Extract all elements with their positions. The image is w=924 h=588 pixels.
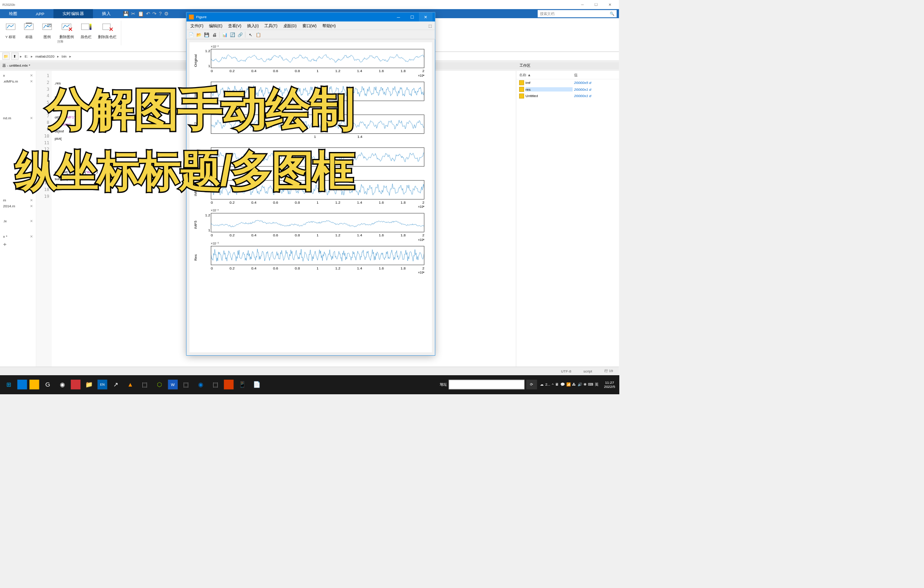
taskbar-app-icon[interactable]: ◉ xyxy=(55,377,69,392)
menu-desktop[interactable]: 桌面(D) xyxy=(281,22,299,29)
taskbar-app-icon[interactable]: 📄 xyxy=(249,377,264,392)
weather-icon[interactable]: ☁ xyxy=(540,382,544,387)
print-icon[interactable]: 🖨 xyxy=(211,31,218,38)
maximize-button[interactable]: ☐ xyxy=(589,0,603,9)
title-button[interactable]: 标题 xyxy=(23,21,35,40)
cut-icon[interactable]: ✂ xyxy=(131,11,135,17)
taskbar-address-input[interactable] xyxy=(449,380,525,389)
workspace-var-row[interactable]: imf 20000x5 d xyxy=(516,79,619,86)
edge-icon[interactable]: ◉ xyxy=(194,377,208,392)
file-item[interactable]: m✕ xyxy=(1,197,34,203)
figure-titlebar[interactable]: Figure ─ ☐ ✕ xyxy=(186,12,435,21)
tab-app[interactable]: APP xyxy=(27,9,53,18)
save-icon[interactable]: 💾 xyxy=(203,31,210,38)
keyboard-icon[interactable]: ⌨ xyxy=(588,382,593,387)
taskbar-app-icon[interactable] xyxy=(17,380,27,389)
add-file-button[interactable]: + xyxy=(1,240,34,250)
tray-icon[interactable]: 📶 xyxy=(566,382,571,387)
figure-close-button[interactable]: ✕ xyxy=(419,12,433,21)
figure-window[interactable]: Figure ─ ☐ ✕ 文件(F) 编辑(E) 查看(V) 插入(I) 工具(… xyxy=(186,12,435,356)
file-item[interactable]: x✕ xyxy=(1,72,34,78)
pointer-icon[interactable]: ↖ xyxy=(247,31,254,38)
figure-menubar: 文件(F) 编辑(E) 查看(V) 插入(I) 工具(T) 桌面(D) 窗口(W… xyxy=(186,22,435,30)
workspace-var-row[interactable]: res 20000x1 d xyxy=(516,86,619,93)
volume-icon[interactable]: 🔊 xyxy=(578,382,582,387)
folder-up-icon[interactable]: ⬆ xyxy=(11,53,19,60)
figure-minimize-button[interactable]: ─ xyxy=(392,12,405,21)
matlab-taskbar-icon[interactable]: ▲ xyxy=(123,377,137,392)
workspace-columns: 名称 ▲ 值 xyxy=(516,71,619,79)
workspace-var-row[interactable]: Untitled 20000x1 d xyxy=(516,93,619,99)
menu-edit[interactable]: 编辑(E) xyxy=(207,22,225,29)
figure-maximize-button[interactable]: ☐ xyxy=(405,12,419,21)
editor-tab-name[interactable]: 器 - untitled.mlx * xyxy=(2,63,30,68)
close-button[interactable]: ✕ xyxy=(603,0,617,9)
taskbar-app-icon[interactable] xyxy=(29,380,39,389)
taskbar-app-icon[interactable]: G xyxy=(40,377,55,392)
delete-colorbar-button[interactable]: 删除颜色栏 xyxy=(98,21,116,40)
network-icon[interactable]: 🖧 xyxy=(572,382,576,387)
colorbar-button[interactable]: 颜色栏 xyxy=(80,21,92,40)
redo-icon[interactable]: ↷ xyxy=(152,11,156,17)
file-item[interactable]: .lx✕ xyxy=(1,218,34,224)
taskbar-app-icon[interactable] xyxy=(224,380,233,389)
col-value-header[interactable]: 值 xyxy=(574,72,578,77)
col-name-header[interactable]: 名称 ▲ xyxy=(519,72,574,77)
taskbar-app-icon[interactable]: ↗ xyxy=(108,377,123,392)
ylabel-button[interactable]: Y 标签 xyxy=(5,21,17,40)
link-icon[interactable]: 🔗 xyxy=(237,31,243,38)
taskbar-app-icon[interactable]: ⬚ xyxy=(208,377,223,392)
copy-icon[interactable]: 📋 xyxy=(138,11,144,17)
search-docs-input[interactable]: 搜索文档 🔍 xyxy=(538,10,617,17)
weather-text[interactable]: 2... xyxy=(545,382,550,387)
menu-insert[interactable]: 插入(I) xyxy=(245,22,261,29)
start-button[interactable]: ⊞ xyxy=(1,377,16,392)
menu-window[interactable]: 窗口(W) xyxy=(300,22,319,29)
taskbar-app-icon[interactable]: ⬚ xyxy=(179,377,194,392)
new-figure-icon[interactable]: 📄 xyxy=(188,31,195,38)
windows-taskbar: ⊞ G ◉ 📁 EN ↗ ▲ ⬚ ⬡ W ⬚ ◉ ⬚ 📱 📄 地址 ⟳ ☁ 2.… xyxy=(0,375,619,394)
rotate-icon[interactable]: 🔄 xyxy=(229,31,236,38)
folder-back-icon[interactable]: 📁 xyxy=(2,53,10,60)
file-item[interactable]: .elMFs.m✕ xyxy=(1,78,34,84)
taskbar-app-icon[interactable]: 📱 xyxy=(235,377,249,392)
file-item[interactable]: 2014.m✕ xyxy=(1,203,34,209)
dock-icon[interactable]: ⬚ xyxy=(427,23,433,29)
delete-legend-button[interactable]: 删除图例 xyxy=(59,21,74,40)
undo-icon[interactable]: ↶ xyxy=(146,11,150,17)
tab-insert[interactable]: 插入 xyxy=(93,9,120,18)
menu-view[interactable]: 查看(V) xyxy=(226,22,244,29)
legend-button[interactable]: 图例 xyxy=(41,21,53,40)
taskbar-clock[interactable]: 11:27 2022/5 xyxy=(602,380,618,389)
ime-indicator[interactable]: 英 xyxy=(595,382,598,387)
taskbar-app-icon[interactable]: EN xyxy=(97,380,107,389)
path-drive[interactable]: E: xyxy=(24,54,29,58)
insert-icon[interactable]: 📋 xyxy=(255,31,262,38)
minimize-button[interactable]: ─ xyxy=(576,0,589,9)
subplot-imf2: IMF2 11.4 xyxy=(191,111,426,142)
taskbar-app-icon[interactable]: ⬚ xyxy=(138,377,152,392)
tray-expand-icon[interactable]: ^ xyxy=(552,382,554,387)
tray-icon[interactable]: ❋ xyxy=(584,382,587,387)
file-explorer-icon[interactable]: 📁 xyxy=(82,377,96,392)
datatip-icon[interactable]: 📊 xyxy=(221,31,228,38)
file-item[interactable]: nd.m✕ xyxy=(1,115,34,121)
tab-plot[interactable]: 绘图 xyxy=(0,9,27,18)
menu-tools[interactable]: 工具(T) xyxy=(262,22,280,29)
word-icon[interactable]: W xyxy=(168,380,178,389)
open-icon[interactable]: 📂 xyxy=(195,31,202,38)
path-folder-2[interactable]: bin xyxy=(60,54,68,58)
menu-help[interactable]: 帮助(H) xyxy=(320,22,338,29)
menu-file[interactable]: 文件(F) xyxy=(188,22,206,29)
path-folder-1[interactable]: matlab2020 xyxy=(34,54,55,58)
wechat-icon[interactable]: 💬 xyxy=(560,382,565,387)
refresh-button[interactable]: ⟳ xyxy=(526,380,537,389)
tab-live-editor[interactable]: 实时编辑器 xyxy=(53,9,93,18)
tray-icon[interactable]: 🖥 xyxy=(555,382,559,387)
save-icon[interactable]: 💾 xyxy=(123,11,129,17)
settings-icon[interactable]: ⚙ xyxy=(164,11,168,17)
help-icon[interactable]: ? xyxy=(159,11,161,16)
taskbar-app-icon[interactable]: ⬡ xyxy=(152,377,167,392)
taskbar-app-icon[interactable] xyxy=(71,380,80,389)
file-item[interactable]: x *✕ xyxy=(1,234,34,240)
